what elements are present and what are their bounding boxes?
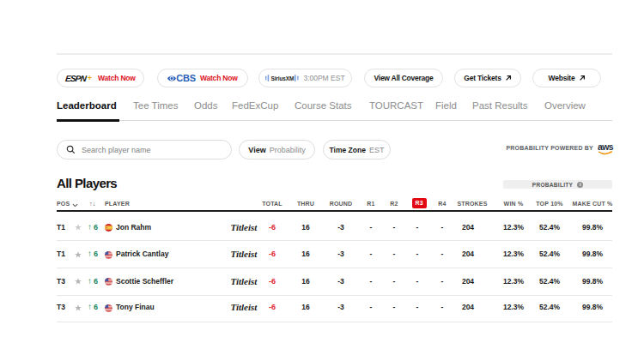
svg-text:aws: aws xyxy=(598,141,614,152)
